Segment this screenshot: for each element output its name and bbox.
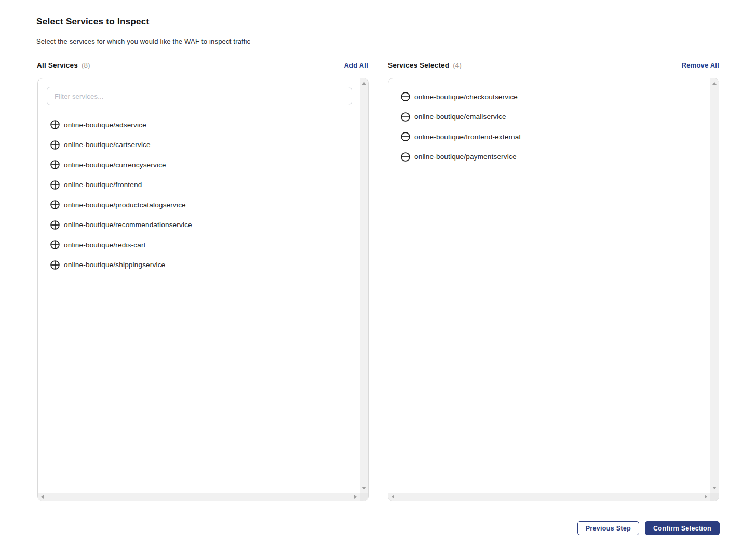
service-name: online-boutique/redis-cart — [64, 241, 146, 249]
all-services-list-item[interactable]: online-boutique/currencyservice — [38, 155, 359, 175]
all-services-count: (8) — [82, 61, 90, 69]
services-selected-panel: online-boutique/checkoutservice online-b… — [388, 78, 719, 501]
service-name: online-boutique/paymentservice — [414, 153, 517, 161]
service-name: online-boutique/recommendationservice — [64, 221, 192, 229]
services-selected-list-item[interactable]: online-boutique/emailservice — [388, 107, 710, 127]
all-services-list-item[interactable]: online-boutique/cartservice — [38, 135, 359, 155]
footer-actions: Previous Step Confirm Selection — [577, 521, 720, 535]
scroll-up-arrow-icon[interactable] — [712, 82, 717, 85]
vertical-scrollbar[interactable] — [710, 78, 719, 493]
services-selected-header: Services Selected (4) Remove All — [388, 61, 719, 69]
all-services-panel: online-boutique/adservice online-boutiqu… — [37, 78, 369, 501]
service-name: online-boutique/productcatalogservice — [64, 201, 186, 209]
service-name: online-boutique/emailservice — [414, 113, 506, 121]
all-services-list-item[interactable]: online-boutique/shippingservice — [38, 255, 359, 275]
previous-step-button[interactable]: Previous Step — [577, 521, 639, 535]
scroll-right-arrow-icon[interactable] — [354, 495, 357, 499]
scroll-down-arrow-icon[interactable] — [712, 487, 717, 489]
service-name: online-boutique/frontend-external — [414, 133, 521, 141]
minus-circle-icon[interactable] — [401, 132, 410, 141]
vertical-scrollbar[interactable] — [360, 78, 368, 493]
service-name: online-boutique/adservice — [64, 121, 146, 129]
plus-circle-icon[interactable] — [50, 120, 60, 129]
all-services-list-item[interactable]: online-boutique/recommendationservice — [38, 215, 359, 235]
filter-services-input[interactable] — [47, 87, 352, 105]
scroll-left-arrow-icon[interactable] — [41, 495, 44, 499]
minus-circle-icon[interactable] — [401, 92, 410, 101]
scroll-left-arrow-icon[interactable] — [392, 495, 394, 499]
remove-all-button[interactable]: Remove All — [682, 61, 719, 69]
confirm-selection-button[interactable]: Confirm Selection — [645, 521, 720, 535]
all-services-label: All Services — [37, 61, 78, 69]
plus-circle-icon[interactable] — [50, 140, 60, 150]
scrollbar-corner — [360, 493, 368, 501]
all-services-list: online-boutique/adservice online-boutiqu… — [38, 115, 359, 275]
service-name: online-boutique/shippingservice — [64, 261, 165, 269]
plus-circle-icon[interactable] — [50, 240, 60, 249]
page-subtitle: Select the services for which you would … — [36, 37, 250, 45]
plus-circle-icon[interactable] — [50, 180, 60, 190]
select-services-page: Select Services to Inspect Select the se… — [0, 0, 756, 557]
all-services-header: All Services (8) Add All — [37, 61, 368, 69]
add-all-button[interactable]: Add All — [344, 61, 368, 69]
minus-circle-icon[interactable] — [401, 112, 410, 122]
services-selected-list: online-boutique/checkoutservice online-b… — [388, 87, 710, 167]
plus-circle-icon[interactable] — [50, 160, 60, 169]
services-selected-label: Services Selected — [388, 61, 449, 69]
services-selected-list-item[interactable]: online-boutique/paymentservice — [388, 147, 710, 167]
scroll-down-arrow-icon[interactable] — [362, 487, 366, 489]
page-title: Select Services to Inspect — [36, 17, 150, 27]
services-selected-list-item[interactable]: online-boutique/frontend-external — [388, 127, 710, 147]
scroll-right-arrow-icon[interactable] — [705, 495, 707, 499]
service-name: online-boutique/cartservice — [64, 141, 151, 149]
plus-circle-icon[interactable] — [50, 260, 60, 270]
scrollbar-corner — [710, 493, 719, 501]
service-name: online-boutique/frontend — [64, 181, 142, 189]
horizontal-scrollbar[interactable] — [38, 493, 360, 501]
plus-circle-icon[interactable] — [50, 220, 60, 230]
scroll-up-arrow-icon[interactable] — [362, 82, 366, 85]
services-selected-count: (4) — [453, 61, 462, 69]
all-services-list-item[interactable]: online-boutique/adservice — [38, 115, 359, 135]
horizontal-scrollbar[interactable] — [388, 493, 710, 501]
minus-circle-icon[interactable] — [401, 152, 410, 162]
all-services-list-item[interactable]: online-boutique/frontend — [38, 175, 359, 195]
all-services-list-item[interactable]: online-boutique/productcatalogservice — [38, 195, 359, 215]
all-services-list-item[interactable]: online-boutique/redis-cart — [38, 235, 359, 255]
service-name: online-boutique/checkoutservice — [414, 93, 518, 101]
service-name: online-boutique/currencyservice — [64, 161, 166, 169]
plus-circle-icon[interactable] — [50, 200, 60, 209]
services-selected-list-item[interactable]: online-boutique/checkoutservice — [388, 87, 710, 107]
